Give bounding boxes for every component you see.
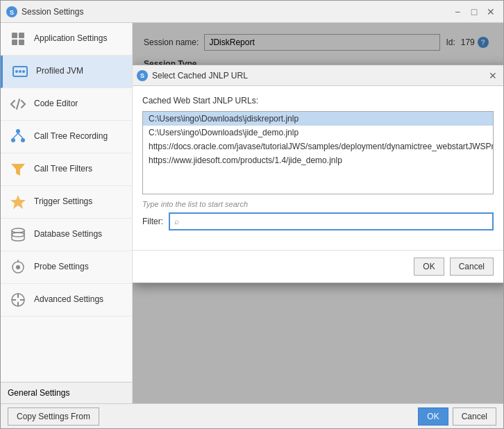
svg-line-15	[18, 133, 23, 138]
general-settings-button[interactable]: General Settings	[1, 382, 132, 403]
bottom-bar: Copy Settings From OK Cancel	[1, 403, 503, 428]
jnlp-list[interactable]: C:\Users\ingo\Downloads\jdiskreport.jnlp…	[142, 111, 494, 194]
sidebar-label-database-settings: Database Settings	[34, 229, 102, 240]
sidebar-label-profiled-jvm: Profiled JVM	[36, 66, 83, 77]
modal-close-button[interactable]: ✕	[487, 69, 499, 82]
svg-point-9	[22, 70, 25, 73]
sidebar-label-call-tree-filters: Call Tree Filters	[34, 164, 92, 175]
list-item[interactable]: C:\Users\ingo\Downloads\jide_demo.jnlp	[143, 126, 493, 140]
modal-body: Cached Web Start JNLP URLs: C:\Users\ing…	[133, 86, 503, 250]
modal-ok-button[interactable]: OK	[414, 258, 444, 276]
sidebar-label-code-editor: Code Editor	[34, 99, 78, 110]
sidebar-item-trigger-settings[interactable]: Trigger Settings	[1, 186, 132, 219]
svg-marker-17	[10, 195, 26, 209]
sidebar-item-code-editor[interactable]: Code Editor	[1, 88, 132, 121]
sidebar-item-probe-settings[interactable]: Probe Settings	[1, 251, 132, 284]
sidebar-label-trigger-settings: Trigger Settings	[34, 196, 92, 208]
svg-marker-16	[11, 164, 25, 176]
sidebar-item-call-tree-recording[interactable]: Call Tree Recording	[1, 121, 132, 153]
svg-rect-3	[19, 33, 24, 38]
modal-icon: S	[137, 70, 148, 81]
sidebar: Application Settings Profiled JVM	[1, 23, 133, 403]
list-item[interactable]: https://docs.oracle.com/javase/tutorialJ…	[143, 140, 493, 153]
svg-line-10	[17, 99, 19, 109]
filter-label: Filter:	[142, 217, 163, 226]
close-button[interactable]: ✕	[484, 5, 498, 19]
list-item[interactable]: C:\Users\ingo\Downloads\jdiskreport.jnlp	[143, 112, 493, 126]
search-hint: Type into the list to start search	[142, 200, 494, 208]
trigger-icon	[8, 192, 28, 212]
modal-buttons: OK Cancel	[133, 250, 503, 283]
sidebar-label-application-settings: Application Settings	[34, 33, 107, 44]
svg-rect-5	[19, 40, 24, 45]
database-icon	[8, 224, 28, 245]
modal-title-bar: S Select Cached JNLP URL ✕	[133, 65, 503, 86]
svg-point-11	[16, 129, 20, 133]
advanced-icon	[8, 289, 28, 310]
jnlp-modal: S Select Cached JNLP URL ✕ Cached Web St…	[133, 65, 503, 283]
bottom-right: OK Cancel	[418, 407, 496, 426]
svg-point-19	[12, 233, 24, 237]
title-bar: S Session Settings − □ ✕	[1, 1, 503, 23]
sidebar-item-application-settings[interactable]: Application Settings	[1, 23, 132, 56]
copy-settings-button[interactable]: Copy Settings From	[8, 407, 99, 426]
sidebar-item-database-settings[interactable]: Database Settings	[1, 219, 132, 251]
minimize-button[interactable]: −	[451, 5, 464, 19]
sidebar-label-advanced-settings: Advanced Settings	[34, 294, 103, 305]
filter-icon	[8, 159, 28, 180]
cancel-button[interactable]: Cancel	[453, 407, 496, 426]
filter-input[interactable]	[182, 217, 488, 226]
sidebar-item-profiled-jvm[interactable]: Profiled JVM	[1, 56, 132, 88]
search-icon: ⌕	[174, 217, 179, 226]
jvm-icon	[10, 61, 31, 82]
main-content: Application Settings Profiled JVM	[1, 23, 503, 403]
code-icon	[8, 94, 28, 115]
svg-rect-4	[12, 40, 17, 45]
filter-row: Filter: ⌕	[142, 212, 494, 230]
sidebar-label-probe-settings: Probe Settings	[34, 262, 89, 273]
list-item[interactable]: https://www.jidesoft.com/products/1.4/ji…	[143, 153, 493, 167]
svg-point-21	[16, 265, 20, 269]
modal-cancel-button[interactable]: Cancel	[450, 258, 494, 276]
svg-point-18	[12, 228, 24, 233]
general-settings-label: General Settings	[8, 388, 69, 398]
tree-icon	[8, 126, 28, 147]
svg-text:S: S	[10, 9, 14, 16]
window-controls: − □ ✕	[451, 5, 498, 19]
sidebar-item-advanced-settings[interactable]: Advanced Settings	[1, 284, 132, 317]
svg-point-13	[21, 138, 25, 142]
svg-rect-2	[12, 33, 17, 38]
session-settings-window: S Session Settings − □ ✕ Applica	[0, 0, 504, 429]
svg-point-8	[19, 70, 22, 73]
modal-title: Select Cached JNLP URL	[152, 71, 487, 81]
modal-overlay: S Select Cached JNLP URL ✕ Cached Web St…	[133, 23, 503, 403]
ok-button[interactable]: OK	[418, 407, 448, 426]
bottom-left: Copy Settings From	[8, 407, 99, 426]
probe-icon	[8, 257, 28, 278]
right-panel: Session name: Id: 179 ? Session Type	[133, 23, 503, 403]
sidebar-label-call-tree-recording: Call Tree Recording	[34, 131, 108, 142]
window-icon: S	[6, 6, 17, 17]
filter-input-wrap: ⌕	[169, 212, 494, 230]
svg-point-7	[15, 70, 18, 73]
window-title: Session Settings	[22, 7, 451, 17]
gear-icon	[8, 28, 28, 49]
modal-section-label: Cached Web Start JNLP URLs:	[142, 96, 494, 106]
sidebar-item-call-tree-filters[interactable]: Call Tree Filters	[1, 153, 132, 186]
maximize-button[interactable]: □	[467, 5, 481, 19]
svg-line-14	[13, 133, 18, 138]
svg-point-12	[11, 138, 15, 142]
